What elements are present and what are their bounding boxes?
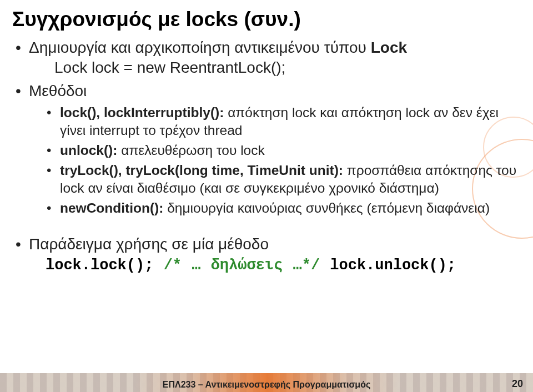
bullet-text: Δημιουργία και αρχικοποίηση αντικειμένου… — [29, 39, 371, 56]
code-token: lock.unlock(); — [330, 257, 456, 274]
bullet-item: Δημιουργία και αρχικοποίηση αντικειμένου… — [13, 38, 521, 78]
method-desc: απελευθέρωση του lock — [121, 143, 264, 158]
code-token: lock.lock(); — [46, 257, 153, 274]
bullet-text: Παράδειγμα χρήσης σε μία μέθοδο — [29, 235, 269, 253]
code-comment: /* … δηλώσεις …*/ — [164, 257, 320, 274]
slide-footer: ΕΠΛ233 – Αντικειμενοστρεφής Προγραμματισ… — [0, 373, 533, 392]
bullet-text-bold: Lock — [371, 39, 407, 56]
code-gap — [320, 257, 330, 274]
code-line: lock.lock(); /* … δηλώσεις …*/ lock.unlo… — [29, 256, 521, 276]
bullet-text: Μεθόδοι — [29, 82, 87, 99]
sub-bullet-item: tryLock(), tryLock(long time, TimeUnit u… — [47, 162, 521, 197]
sub-bullet-item: unlock(): απελευθέρωση του lock — [47, 142, 521, 159]
method-name: lock(), lockInterruptibly(): — [60, 105, 228, 120]
sub-bullet-item: lock(), lockInterruptibly(): απόκτηση lo… — [47, 104, 521, 139]
slide-content: Δημιουργία και αρχικοποίηση αντικειμένου… — [12, 38, 521, 276]
method-desc: δημιουργία καινούριας συνθήκες (επόμενη … — [167, 200, 490, 215]
code-text: Lock lock = new ReentrantLock(); — [29, 57, 521, 78]
slide-title: Συγχρονισμός με locks (συν.) — [12, 8, 521, 31]
method-name: tryLock(), tryLock(long time, TimeUnit u… — [60, 163, 347, 178]
page-number: 20 — [512, 378, 523, 390]
slide: Συγχρονισμός με locks (συν.) Δημιουργία … — [0, 0, 533, 392]
bullet-item: Μεθόδοι lock(), lockInterruptibly(): από… — [13, 81, 521, 217]
bullet-item: Παράδειγμα χρήσης σε μία μέθοδο lock.loc… — [13, 234, 521, 276]
method-name: newCondition(): — [60, 200, 167, 215]
method-name: unlock(): — [60, 143, 121, 158]
sub-bullet-item: newCondition(): δημιουργία καινούριας συ… — [47, 199, 521, 217]
footer-course: ΕΠΛ233 – Αντικειμενοστρεφής Προγραμματισ… — [0, 380, 533, 390]
code-gap — [153, 257, 163, 274]
